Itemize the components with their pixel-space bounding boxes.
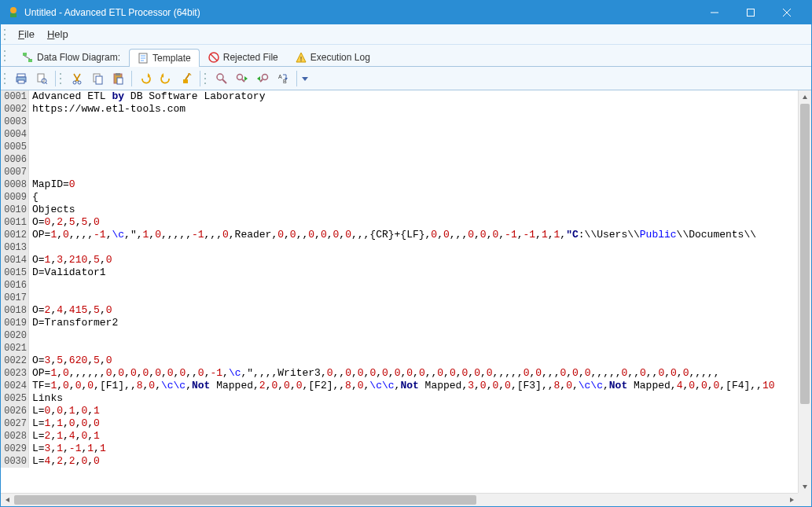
scroll-h-thumb[interactable]: [14, 495, 476, 505]
scroll-up-button[interactable]: [799, 90, 811, 104]
line-content[interactable]: [29, 329, 32, 342]
code-line[interactable]: 0005: [1, 141, 811, 153]
code-line[interactable]: 0002https://www.etl-tools.com: [1, 103, 811, 116]
line-content[interactable]: L=2,1,4,0,1: [29, 430, 100, 443]
tabbar-grip[interactable]: [4, 49, 9, 63]
line-content[interactable]: [29, 279, 32, 292]
paste-button[interactable]: [108, 69, 127, 88]
line-content[interactable]: OP=1,0,,,,-1,\c,",1,0,,,,,-1,,,0,Reader,…: [29, 229, 756, 241]
line-content[interactable]: [29, 342, 32, 355]
menubar-grip[interactable]: [4, 28, 9, 42]
code-editor[interactable]: 0001Advanced ETL by DB Software Laborato…: [1, 90, 811, 506]
code-line[interactable]: 0007: [1, 166, 811, 178]
line-content[interactable]: Links: [29, 392, 63, 405]
line-content[interactable]: [29, 153, 32, 166]
line-content[interactable]: O=3,5,620,5,0: [29, 355, 112, 367]
scroll-h-track[interactable]: [14, 494, 784, 506]
scroll-left-button[interactable]: [1, 494, 14, 506]
scroll-down-button[interactable]: [799, 479, 811, 493]
code-line[interactable]: 0016: [1, 279, 811, 292]
line-content[interactable]: MapID=0: [29, 178, 75, 191]
line-content[interactable]: [29, 166, 32, 178]
tab-dataflow[interactable]: Data Flow Diagram:: [13, 48, 129, 66]
code-line[interactable]: 0026L=0,0,1,0,1: [1, 405, 811, 417]
menu-file[interactable]: File: [12, 25, 41, 43]
code-line[interactable]: 0011O=0,2,5,5,0: [1, 216, 811, 229]
code-line[interactable]: 0019D=Transformer2: [1, 317, 811, 329]
scroll-v-thumb[interactable]: [800, 104, 810, 404]
code-line[interactable]: 0006: [1, 153, 811, 166]
redo-button[interactable]: [156, 69, 175, 88]
diagram-icon: [22, 52, 33, 63]
undo-button[interactable]: [136, 69, 155, 88]
line-content[interactable]: TF=1,0,0,0,[F1],,8,0,\c\c,Not Mapped,2,0…: [29, 380, 775, 392]
toolbar-grip-1[interactable]: [4, 72, 9, 86]
code-line[interactable]: 0012OP=1,0,,,,-1,\c,",1,0,,,,,-1,,,0,Rea…: [1, 229, 811, 241]
line-content[interactable]: L=4,2,2,0,0: [29, 455, 100, 468]
code-line[interactable]: 0001Advanced ETL by DB Software Laborato…: [1, 90, 811, 103]
code-line[interactable]: 0017: [1, 292, 811, 304]
line-content[interactable]: OP=1,0,,,,,,0,0,0,0,0,0,0,,0,-1,\c,",,,,…: [29, 367, 719, 380]
code-line[interactable]: 0024TF=1,0,0,0,[F1],,8,0,\c\c,Not Mapped…: [1, 380, 811, 392]
line-content[interactable]: [29, 241, 32, 254]
code-line[interactable]: 0029L=3,1,-1,1,1: [1, 443, 811, 455]
code-line[interactable]: 0014O=1,3,210,5,0: [1, 254, 811, 266]
minimize-button[interactable]: [696, 1, 733, 24]
toolbar-grip-2[interactable]: [60, 72, 64, 86]
line-content[interactable]: O=2,4,415,5,0: [29, 304, 112, 317]
code-line[interactable]: 0025Links: [1, 392, 811, 405]
line-content[interactable]: https://www.etl-tools.com: [29, 103, 186, 116]
code-line[interactable]: 0013: [1, 241, 811, 254]
line-content[interactable]: L=0,0,1,0,1: [29, 405, 100, 417]
replace-button[interactable]: AB: [274, 69, 292, 88]
clear-button[interactable]: [177, 69, 196, 88]
maximize-button[interactable]: [733, 1, 769, 24]
code-line[interactable]: 0008MapID=0: [1, 178, 811, 191]
tab-template[interactable]: Template: [129, 49, 200, 67]
line-content[interactable]: D=Validator1: [29, 266, 106, 279]
code-line[interactable]: 0021: [1, 342, 811, 355]
line-content[interactable]: [29, 141, 32, 153]
line-content[interactable]: O=1,3,210,5,0: [29, 254, 112, 266]
find-next-button[interactable]: [233, 69, 252, 88]
scroll-v-track[interactable]: [799, 104, 811, 479]
line-content[interactable]: D=Transformer2: [29, 317, 118, 329]
code-line[interactable]: 0027L=1,1,0,0,0: [1, 417, 811, 430]
code-line[interactable]: 0004: [1, 128, 811, 141]
tab-execlog[interactable]: ! Execution Log: [287, 48, 379, 66]
code-line[interactable]: 0030L=4,2,2,0,0: [1, 455, 811, 468]
code-line[interactable]: 0020: [1, 329, 811, 342]
preview-button[interactable]: [32, 69, 51, 88]
code-line[interactable]: 0023OP=1,0,,,,,,0,0,0,0,0,0,0,,0,-1,\c,"…: [1, 367, 811, 380]
copy-button[interactable]: [88, 69, 107, 88]
line-content[interactable]: O=0,2,5,5,0: [29, 216, 100, 229]
cut-button[interactable]: [68, 69, 86, 88]
code-line[interactable]: 0018O=2,4,415,5,0: [1, 304, 811, 317]
toolbar-grip-3[interactable]: [204, 72, 209, 86]
scroll-right-button[interactable]: [784, 494, 798, 506]
print-button[interactable]: [12, 69, 31, 88]
tab-rejected[interactable]: Rejected File: [200, 48, 287, 66]
close-button[interactable]: [769, 1, 805, 24]
code-line[interactable]: 0028L=2,1,4,0,1: [1, 430, 811, 443]
line-content[interactable]: Objects: [29, 204, 75, 216]
code-line[interactable]: 0010Objects: [1, 204, 811, 216]
find-button[interactable]: [212, 69, 231, 88]
find-prev-button[interactable]: [253, 69, 272, 88]
line-content[interactable]: Advanced ETL by DB Software Laboratory: [29, 90, 265, 103]
code-line[interactable]: 0015D=Validator1: [1, 266, 811, 279]
code-line[interactable]: 0009{: [1, 191, 811, 204]
menu-help[interactable]: Help: [41, 25, 75, 43]
toolbar-overflow[interactable]: [301, 69, 309, 88]
vertical-scrollbar[interactable]: [798, 90, 811, 493]
svg-line-35: [186, 74, 189, 79]
line-content[interactable]: [29, 116, 32, 128]
line-content[interactable]: L=1,1,0,0,0: [29, 417, 100, 430]
line-content[interactable]: {: [29, 191, 39, 204]
code-line[interactable]: 0022O=3,5,620,5,0: [1, 355, 811, 367]
line-content[interactable]: [29, 128, 32, 141]
code-line[interactable]: 0003: [1, 116, 811, 128]
line-content[interactable]: L=3,1,-1,1,1: [29, 443, 106, 455]
line-content[interactable]: [29, 292, 32, 304]
horizontal-scrollbar[interactable]: [1, 493, 798, 506]
